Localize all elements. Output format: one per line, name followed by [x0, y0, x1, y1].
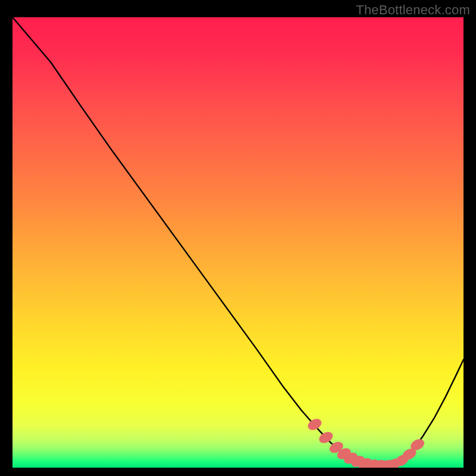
- chart-plot-area: [12, 17, 464, 468]
- watermark-text: TheBottleneck.com: [356, 2, 470, 18]
- chart-background: [12, 17, 464, 468]
- chart-frame: TheBottleneck.com: [0, 0, 476, 476]
- chart-svg: [12, 17, 464, 468]
